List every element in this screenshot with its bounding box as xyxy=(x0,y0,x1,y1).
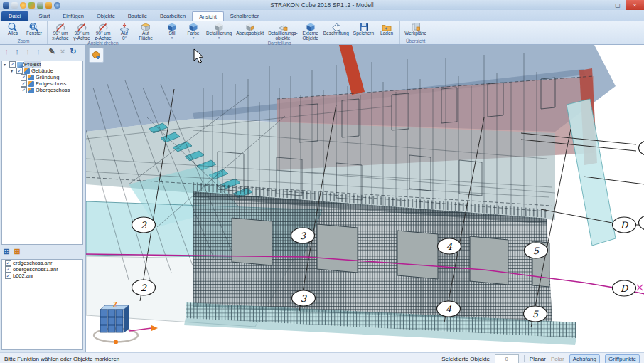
farbe-button[interactable]: Farbe ▾ xyxy=(183,22,204,40)
toggle-griffpunkte[interactable]: Griffpunkte xyxy=(605,354,640,363)
building-icon xyxy=(17,62,23,68)
tree-item-gruendung[interactable]: Gründung xyxy=(2,74,82,80)
selected-objects-count: 0 xyxy=(495,354,519,363)
auf-0-button[interactable]: Auf 0° xyxy=(114,22,135,41)
expander-icon[interactable]: ▾ xyxy=(11,69,15,73)
svg-text:4: 4 xyxy=(446,304,452,315)
tree-item-projekt[interactable]: ▾ Projekt xyxy=(2,61,82,68)
tab-einfuegen[interactable]: Einfügen xyxy=(56,11,90,21)
tab-objekte[interactable]: Objekte xyxy=(90,11,122,21)
ribbon-group-label-uebersicht: Übersicht xyxy=(401,38,430,44)
toggle-achsfang[interactable]: Achsfang xyxy=(569,354,600,363)
tree-item-label: Gründung xyxy=(36,74,59,80)
close-button[interactable]: × xyxy=(626,0,644,10)
tab-datei[interactable]: Datei xyxy=(1,11,28,21)
minimize-button[interactable]: — xyxy=(594,0,610,10)
ribbon-group-zoom: Alles Fenster Zoom xyxy=(0,21,48,44)
tree-item-obergeschoss[interactable]: Obergeschoss xyxy=(2,87,82,93)
floor-icon xyxy=(28,75,34,80)
move-up-icon[interactable]: ↑ xyxy=(13,47,21,56)
insert-building-icon[interactable]: ↑ xyxy=(2,47,11,56)
zoom-fenster-button[interactable]: Fenster xyxy=(23,22,45,36)
tree-item-label: Gebäude xyxy=(31,68,53,74)
project-tree: ▾ Projekt ▾ Gebäude Gründung xyxy=(1,60,83,245)
list-item[interactable]: b002.anr xyxy=(2,273,82,279)
tree-toolbar: ↑ ↑ ↑ ↑ ✎ × ↻ xyxy=(2,47,77,56)
toggle-polar[interactable]: Polar xyxy=(551,356,564,362)
edit-pencil-icon[interactable]: ✎ xyxy=(48,47,56,56)
checkbox-checked-icon[interactable] xyxy=(9,61,16,68)
tab-start[interactable]: Start xyxy=(33,11,57,21)
tab-ansicht[interactable]: Ansicht xyxy=(192,11,224,21)
svg-text:2: 2 xyxy=(141,283,147,293)
auf-flaeche-button[interactable]: Auf Fläche xyxy=(135,22,156,41)
svg-text:D: D xyxy=(621,283,629,294)
list-item[interactable]: obergeschoss1.anr xyxy=(2,266,82,273)
file-item-label: obergeschoss1.anr xyxy=(13,266,58,273)
tab-schalbretter[interactable]: Schalbretter xyxy=(224,11,265,21)
tree-item-gebaeude[interactable]: ▾ Gebäude xyxy=(2,68,82,74)
rotate-z-button[interactable]: 90° um z-Achse xyxy=(92,22,114,41)
model-3d-view[interactable]: 2 2 3 3 4 xyxy=(86,45,644,352)
maximize-button[interactable]: ▢ xyxy=(610,0,626,10)
rotate-y-button[interactable]: 90° um y-Achse xyxy=(71,22,92,41)
dropdown-icon[interactable]: ▾ xyxy=(171,36,173,40)
tab-bauteile[interactable]: Bauteile xyxy=(122,11,154,21)
files-toolbar: ⊞ ⊞ xyxy=(2,247,21,256)
title-bar: STRAKON Cube 2018 SP1 .2 - Modell — ▢ × xyxy=(0,0,644,10)
zoom-alles-button[interactable]: Alles xyxy=(2,22,23,36)
add-layout-icon[interactable]: ⊞ xyxy=(2,247,11,256)
ribbon: Alles Fenster Zoom 90° um x-Achse 90° um xyxy=(0,21,644,45)
file-item-label: b002.anr xyxy=(13,273,34,279)
expander-icon[interactable]: ▾ xyxy=(4,63,8,67)
speichern-button[interactable]: Speichern xyxy=(351,22,376,36)
checkbox-checked-icon[interactable] xyxy=(21,80,27,87)
import-layout-icon[interactable]: ⊞ xyxy=(13,247,21,256)
toolbar-separator xyxy=(45,48,45,56)
reinforcement-files-list: erdgeschoss.anr obergeschoss1.anr b002.a… xyxy=(1,259,83,350)
checkbox-checked-icon[interactable] xyxy=(16,68,23,74)
checkbox-checked-icon[interactable] xyxy=(5,273,11,279)
dropdown-icon[interactable]: ▾ xyxy=(218,36,220,40)
status-separator xyxy=(524,355,525,362)
werkplaene-button[interactable]: Werkpläne xyxy=(402,22,429,36)
file-item-label: erdgeschoss.anr xyxy=(13,260,52,266)
dropdown-icon[interactable]: ▾ xyxy=(193,36,195,40)
svg-text:2: 2 xyxy=(141,220,147,231)
laden-button[interactable]: Laden xyxy=(376,22,397,36)
move-top-disabled-icon[interactable]: ↑ xyxy=(34,47,43,56)
status-bar: Bitte Funktion wählen oder Objekte marki… xyxy=(0,352,644,363)
externe-objekte-button[interactable]: Externe Objekte xyxy=(300,22,321,41)
abzugsobjekt-button[interactable]: Abzugsobjekt xyxy=(234,22,266,36)
ribbon-group-uebersicht: Werkpläne Übersicht xyxy=(400,21,431,44)
model-viewport[interactable]: 2 2 3 3 4 xyxy=(86,45,644,352)
refresh-icon[interactable]: ↻ xyxy=(69,47,77,56)
ribbon-group-ansicht-drehen: 90° um x-Achse 90° um y-Achse 90° um z-A… xyxy=(48,21,159,44)
strakon-window: STRAKON Cube 2018 SP1 .2 - Modell — ▢ × … xyxy=(0,0,644,363)
delete-disabled-icon[interactable]: × xyxy=(58,47,67,56)
checkbox-checked-icon[interactable] xyxy=(5,266,11,273)
project-side-panel: ↑ ↑ ↑ ↑ ✎ × ↻ ▾ Projekt ▾ xyxy=(0,45,86,352)
viewport-display-button[interactable] xyxy=(89,48,104,63)
tree-item-erdgeschoss[interactable]: Erdgeschoss xyxy=(2,80,82,87)
ribbon-group-darstellung: Stil ▾ Farbe ▾ Detaillierung ▾ Abzugsobj… xyxy=(159,21,400,44)
detaillierung-button[interactable]: Detaillierung ▾ xyxy=(204,22,234,40)
display-settings-icon xyxy=(92,51,101,60)
floor-icon xyxy=(28,81,34,87)
list-item[interactable]: erdgeschoss.anr xyxy=(2,260,82,266)
detaillierungsobjekte-button[interactable]: Detaillierungs- objekte xyxy=(266,22,300,41)
checkbox-checked-icon[interactable] xyxy=(21,74,27,80)
svg-text:5: 5 xyxy=(532,309,539,320)
stil-button[interactable]: Stil ▾ xyxy=(161,22,183,40)
checkbox-checked-icon[interactable] xyxy=(5,260,11,266)
building-icon xyxy=(24,68,30,74)
tree-item-label: Erdgeschoss xyxy=(36,80,66,87)
status-message: Bitte Funktion wählen oder Objekte marki… xyxy=(4,356,119,362)
tree-item-label: Projekt xyxy=(24,61,41,68)
beschriftung-button[interactable]: Beschriftung xyxy=(321,22,351,36)
toggle-planar[interactable]: Planar xyxy=(530,356,546,362)
move-up-disabled-icon[interactable]: ↑ xyxy=(23,47,32,56)
rotate-x-button[interactable]: 90° um x-Achse xyxy=(50,22,71,41)
checkbox-checked-icon[interactable] xyxy=(21,87,27,93)
tab-bearbeiten[interactable]: Bearbeiten xyxy=(154,11,192,21)
